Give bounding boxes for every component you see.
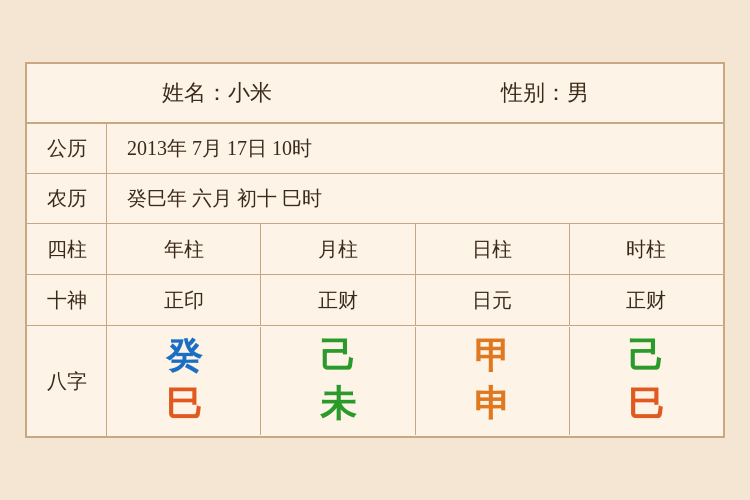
ba-zi-label: 八字 (27, 326, 107, 436)
nong-li-label: 农历 (27, 174, 107, 223)
bazi-top-0: 癸 (166, 337, 202, 377)
nong-li-value: 癸巳年 六月 初十 巳时 (107, 175, 723, 222)
shi-shen-cell-2: 日元 (416, 275, 570, 325)
bazi-top-1: 己 (320, 337, 356, 377)
ba-zi-row: 八字 癸 巳 己 未 甲 申 己 巳 (27, 326, 723, 436)
shi-shen-cell-3: 正财 (570, 275, 723, 325)
gender-label: 性别：男 (501, 78, 589, 108)
bazi-bottom-3: 巳 (628, 385, 664, 425)
si-zhu-cell-2: 日柱 (416, 224, 570, 274)
si-zhu-cells: 年柱 月柱 日柱 时柱 (107, 224, 723, 274)
ba-zi-cell-2: 甲 申 (416, 327, 570, 434)
shi-shen-row: 十神 正印 正财 日元 正财 (27, 275, 723, 326)
ba-zi-cell-0: 癸 巳 (107, 327, 261, 434)
ba-zi-cell-1: 己 未 (261, 327, 415, 434)
shi-shen-cell-0: 正印 (107, 275, 261, 325)
header-row: 姓名：小米 性别：男 (27, 64, 723, 124)
si-zhu-cell-1: 月柱 (261, 224, 415, 274)
ba-zi-cells: 癸 巳 己 未 甲 申 己 巳 (107, 327, 723, 434)
ba-zi-cell-3: 己 巳 (570, 327, 723, 434)
bazi-bottom-1: 未 (320, 385, 356, 425)
main-container: 姓名：小米 性别：男 公历 2013年 7月 17日 10时 农历 癸巳年 六月… (25, 62, 725, 438)
gong-li-row: 公历 2013年 7月 17日 10时 (27, 124, 723, 174)
shi-shen-cell-1: 正财 (261, 275, 415, 325)
shi-shen-label: 十神 (27, 275, 107, 325)
shi-shen-cells: 正印 正财 日元 正财 (107, 275, 723, 325)
bazi-bottom-2: 申 (474, 385, 510, 425)
si-zhu-cell-3: 时柱 (570, 224, 723, 274)
nong-li-row: 农历 癸巳年 六月 初十 巳时 (27, 174, 723, 224)
gong-li-value: 2013年 7月 17日 10时 (107, 125, 723, 172)
si-zhu-row: 四柱 年柱 月柱 日柱 时柱 (27, 224, 723, 275)
name-label: 姓名：小米 (162, 78, 272, 108)
si-zhu-cell-0: 年柱 (107, 224, 261, 274)
bazi-top-2: 甲 (474, 337, 510, 377)
gong-li-label: 公历 (27, 124, 107, 173)
bazi-top-3: 己 (628, 337, 664, 377)
bazi-bottom-0: 巳 (166, 385, 202, 425)
si-zhu-label: 四柱 (27, 224, 107, 274)
